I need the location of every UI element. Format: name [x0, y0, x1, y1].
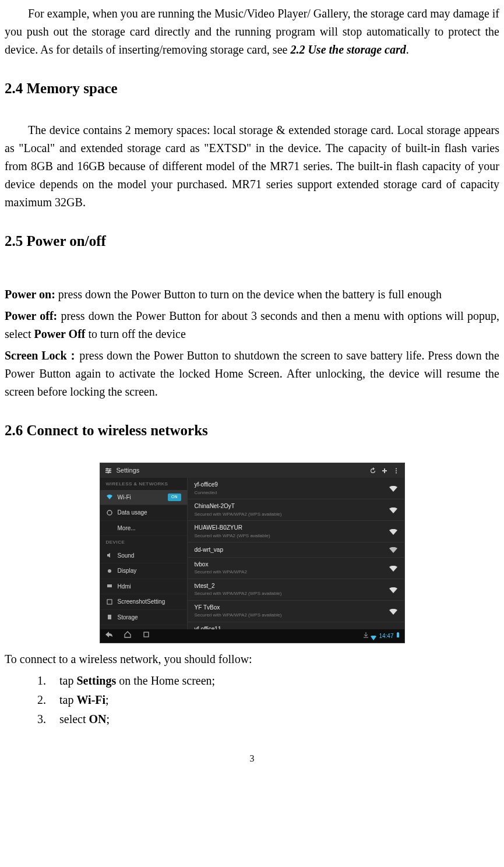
plus-icon[interactable] — [381, 467, 388, 474]
menu-dots-icon[interactable] — [393, 467, 400, 474]
step-num: 1. — [37, 672, 50, 690]
screen-lock-paragraph: Screen Lock：press down the Power Button … — [5, 347, 499, 401]
svg-rect-25 — [397, 633, 399, 637]
battery-label: Battery — [118, 628, 136, 629]
sidebar-item-sound[interactable]: Sound — [100, 548, 187, 564]
data-usage-label: Data usage — [118, 508, 147, 517]
more-label: More... — [118, 524, 136, 533]
sidebar-item-display[interactable]: Display — [100, 563, 187, 579]
power-on-text: press down the Power Button to turn on t… — [55, 288, 442, 301]
network-name: ChinaNet-2OyT — [195, 502, 389, 511]
svg-rect-5 — [108, 471, 109, 474]
power-on-label: Power on: — [5, 288, 55, 301]
network-sub: Secured with WPA2 (WPS available) — [195, 533, 389, 540]
heading-2-5: 2.5 Power on/off — [5, 230, 499, 253]
svg-rect-7 — [382, 470, 387, 471]
svg-point-9 — [395, 470, 396, 471]
intro-text: For example, when you are running the Mu… — [5, 7, 499, 56]
sidebar-item-more[interactable]: More... — [100, 521, 187, 537]
display-label: Display — [118, 566, 137, 576]
power-on-paragraph: Power on: press down the Power Button to… — [5, 286, 499, 304]
wifi-network-row[interactable]: ChinaNet-2OyTSecured with WPA/WPA2 (WPS … — [188, 499, 404, 521]
clock-area: 14:47 — [364, 632, 399, 641]
recent-apps-icon[interactable] — [142, 631, 150, 641]
screen-lock-text: press down the Power Button to shutdown … — [5, 349, 499, 398]
svg-rect-0 — [105, 468, 111, 470]
sidebar-item-battery[interactable]: Battery — [100, 625, 187, 629]
network-sub: Secured with WPA/WPA2 (WPS available) — [195, 612, 389, 619]
sidebar-item-wifi[interactable]: Wi-Fi ON — [100, 490, 187, 506]
hdmi-icon — [106, 583, 113, 590]
network-name: tvtest_2 — [195, 581, 389, 591]
connect-intro: To connect to a wireless network, you sh… — [5, 650, 499, 668]
wifi-network-row[interactable]: HUAWEI-B0ZYURSecured with WPA2 (WPS avai… — [188, 521, 404, 542]
step-2: 2. tap Wi-Fi; — [37, 691, 499, 709]
wifi-network-row[interactable]: yf-office11Secured with WPA/WPA2 (WPS av… — [188, 622, 404, 630]
sidebar-item-screenshot[interactable]: ScreenshotSetting — [100, 594, 187, 610]
signal-icon — [389, 608, 397, 614]
step-bold: ON — [89, 713, 107, 725]
power-off-paragraph: Power off: press down the Power Button f… — [5, 307, 499, 343]
power-off-label: Power off: — [5, 309, 57, 322]
step-bold: Settings — [76, 674, 116, 687]
display-icon — [106, 568, 113, 575]
refresh-icon[interactable] — [369, 467, 376, 474]
sidebar-item-data-usage[interactable]: Data usage — [100, 505, 187, 521]
sidebar-item-storage[interactable]: Storage — [100, 610, 187, 626]
network-name: yf-office11 — [195, 625, 389, 630]
step-post: ; — [105, 693, 109, 706]
back-icon[interactable] — [105, 631, 113, 641]
power-off-bold: Power Off — [34, 327, 86, 340]
screenshot-setting-label: ScreenshotSetting — [118, 597, 165, 607]
intro-tail: . — [406, 43, 409, 56]
page-number: 3 — [5, 752, 499, 766]
signal-icon — [389, 565, 397, 571]
wifi-network-row[interactable]: yf-office9Connected — [188, 478, 404, 499]
heading-2-6: 2.6 Connect to wireless networks — [5, 420, 499, 442]
steps-list: 1. tap Settings on the Home screen; 2. t… — [37, 672, 499, 728]
storage-label: Storage — [118, 613, 138, 622]
svg-rect-14 — [107, 600, 112, 604]
step-bold: Wi-Fi — [76, 693, 105, 706]
wifi-network-row[interactable]: tvboxSecured with WPA/WPA2 — [188, 558, 404, 579]
wifi-label: Wi-Fi — [118, 493, 131, 502]
home-icon[interactable] — [124, 631, 132, 641]
svg-point-11 — [107, 510, 112, 515]
network-name: YF TvBox — [195, 603, 389, 612]
wifi-networks-list: yf-office9Connected ChinaNet-2OyTSecured… — [188, 478, 404, 629]
clock-text: 14:47 — [379, 632, 393, 641]
data-usage-icon — [106, 509, 113, 516]
signal-icon — [389, 507, 397, 513]
svg-rect-26 — [397, 632, 399, 633]
wifi-status-icon — [371, 634, 376, 639]
paragraph-intro: For example, when you are running the Mu… — [5, 5, 499, 59]
heading-2-4: 2.4 Memory space — [5, 77, 499, 100]
svg-rect-13 — [107, 584, 112, 587]
screen-lock-label: Screen Lock： — [5, 349, 79, 362]
step-num: 3. — [37, 710, 50, 728]
battery-status-icon — [396, 632, 400, 641]
svg-rect-3 — [107, 468, 108, 470]
screenshot-icon — [106, 598, 113, 605]
network-name: yf-office9 — [195, 480, 389, 489]
sidebar-item-hdmi[interactable]: Hdmi — [100, 579, 187, 595]
wifi-network-row[interactable]: tvtest_2Secured with WPA/WPA2 (WPS avail… — [188, 579, 404, 601]
svg-rect-15 — [108, 615, 111, 619]
wifi-icon — [106, 494, 113, 501]
svg-rect-24 — [144, 632, 149, 637]
wifi-network-row[interactable]: YF TvBoxSecured with WPA/WPA2 (WPS avail… — [188, 601, 404, 622]
wifi-toggle[interactable]: ON — [168, 494, 181, 501]
signal-icon — [389, 485, 397, 491]
body-2-4: The device contains 2 memory spaces: loc… — [5, 124, 499, 209]
svg-rect-1 — [105, 470, 111, 471]
network-name: tvbox — [195, 560, 389, 569]
download-icon — [364, 632, 368, 641]
wifi-network-row[interactable]: dd-wrt_vap — [188, 542, 404, 558]
step-pre: tap — [59, 674, 76, 687]
category-device: DEVICE — [100, 536, 187, 548]
network-sub: Secured with WPA/WPA2 (WPS available) — [195, 511, 389, 518]
sound-icon — [106, 552, 113, 559]
network-name: HUAWEI-B0ZYUR — [195, 523, 389, 533]
step-pre: tap — [59, 693, 76, 706]
android-settings-screenshot: Settings WIRELESS & NETWORKS Wi-Fi ON Da… — [100, 463, 405, 643]
